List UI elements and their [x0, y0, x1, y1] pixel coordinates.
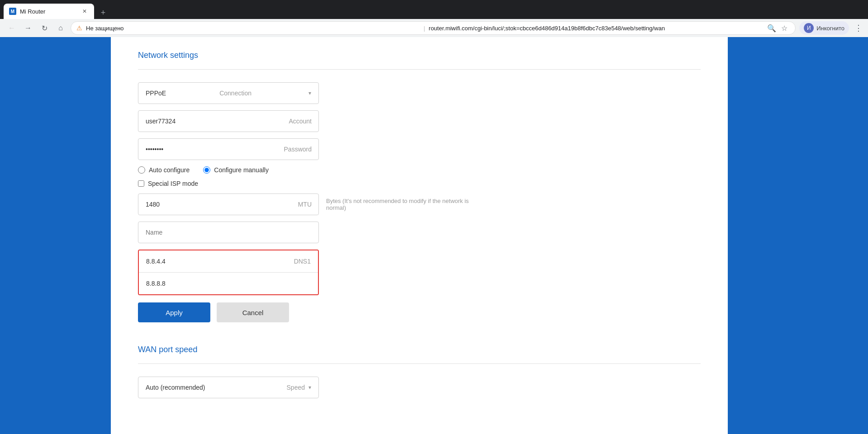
wan-port-speed-title: WAN port speed — [138, 345, 701, 354]
address-icons: 🔍 ☆ — [766, 23, 790, 33]
manual-configure-label: Configure manually — [214, 166, 269, 174]
search-icon[interactable]: 🔍 — [766, 23, 777, 33]
avatar: И — [804, 23, 814, 33]
mtu-row: MTU Bytes (It's not recommended to modif… — [138, 193, 477, 215]
manual-configure-option[interactable]: Configure manually — [203, 166, 269, 174]
home-button[interactable]: ⌂ — [54, 22, 67, 34]
profile-label: Инкогнито — [816, 25, 844, 32]
radio-group: Auto configure Configure manually — [138, 166, 477, 174]
password-input[interactable] — [138, 138, 319, 160]
connection-label: Connection — [219, 90, 251, 97]
network-settings-title: Network settings — [138, 51, 701, 60]
connection-type-value: PPPoE — [146, 90, 166, 97]
manual-configure-radio[interactable] — [203, 166, 210, 174]
right-sidebar — [728, 37, 868, 434]
auto-configure-option[interactable]: Auto configure — [138, 166, 190, 174]
form-container: PPPoE Connection ▾ Account Password — [138, 82, 477, 322]
special-isp-label: Special ISP mode — [148, 180, 198, 187]
cancel-button[interactable]: Cancel — [217, 302, 289, 322]
new-tab-button[interactable]: + — [97, 6, 109, 19]
browser-menu-button[interactable]: ⋮ — [854, 23, 863, 33]
dns-section: DNS1 — [138, 250, 319, 295]
tab-favicon: M — [9, 8, 16, 15]
tab-bar: M Mi Router ✕ + — [4, 0, 109, 19]
name-wrapper — [138, 222, 319, 243]
account-input[interactable] — [138, 110, 319, 132]
speed-dropdown-arrow: ▾ — [308, 384, 311, 391]
divider-2 — [138, 363, 701, 364]
tab-close-button[interactable]: ✕ — [81, 7, 89, 15]
profile-area[interactable]: И Инкогнито — [799, 21, 849, 35]
apply-button[interactable]: Apply — [138, 302, 210, 322]
connection-dropdown-arrow: ▾ — [308, 90, 311, 96]
speed-value: Auto (recommended) — [146, 384, 205, 391]
forward-button[interactable]: → — [22, 22, 34, 34]
auto-configure-radio[interactable] — [138, 166, 145, 174]
page-wrapper: Network settings PPPoE Connection ▾ Acco… — [0, 37, 868, 434]
browser-chrome: M Mi Router ✕ + — [0, 0, 868, 19]
security-label: Не защищено — [86, 25, 420, 32]
account-wrapper: Account — [138, 110, 319, 132]
dns1-field: DNS1 — [139, 250, 318, 273]
name-row — [138, 222, 477, 243]
mtu-hint: Bytes (It's not recommended to modify if… — [326, 198, 477, 211]
left-sidebar — [0, 37, 111, 434]
dns2-input[interactable] — [139, 273, 318, 294]
security-icon: ⚠ — [76, 24, 82, 32]
speed-label: Speed — [287, 384, 305, 391]
address-bar[interactable]: ⚠ Не защищено | router.miwifi.com/cgi-bi… — [71, 21, 796, 35]
button-row: Apply Cancel — [138, 302, 477, 322]
wan-section: WAN port speed Auto (recommended) Speed … — [138, 345, 701, 398]
divider-1 — [138, 69, 701, 70]
connection-dropdown[interactable]: PPPoE Connection ▾ — [138, 82, 319, 104]
account-row: Account — [138, 110, 477, 132]
reload-button[interactable]: ↻ — [38, 22, 51, 34]
dns1-input[interactable] — [139, 250, 318, 272]
mtu-wrapper: MTU — [138, 193, 319, 215]
dns2-field — [139, 273, 318, 294]
bookmark-icon[interactable]: ☆ — [779, 23, 790, 33]
back-button[interactable]: ← — [5, 22, 18, 34]
password-wrapper: Password — [138, 138, 319, 160]
mtu-input[interactable] — [138, 193, 319, 215]
address-bar-row: ← → ↻ ⌂ ⚠ Не защищено | router.miwifi.co… — [0, 19, 868, 37]
auto-configure-label: Auto configure — [149, 166, 190, 174]
url-text: router.miwifi.com/cgi-bin/luci/;stok=cbc… — [429, 25, 763, 32]
special-isp-checkbox[interactable] — [138, 180, 144, 187]
password-row: Password — [138, 138, 477, 160]
active-tab[interactable]: M Mi Router ✕ — [4, 4, 94, 19]
special-isp-row: Special ISP mode — [138, 180, 477, 187]
speed-dropdown[interactable]: Auto (recommended) Speed ▾ — [138, 377, 319, 398]
url-separator: | — [423, 25, 425, 32]
tab-title: Mi Router — [20, 8, 77, 15]
main-content: Network settings PPPoE Connection ▾ Acco… — [111, 37, 728, 434]
name-input[interactable] — [138, 222, 319, 243]
